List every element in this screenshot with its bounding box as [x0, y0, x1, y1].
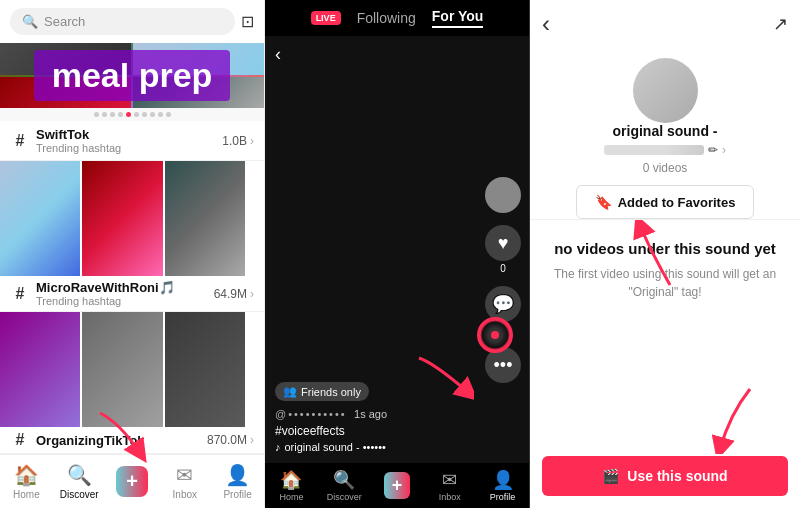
chevron-right-icon: ›	[250, 134, 254, 148]
sound-profile: original sound - ✏ › 0 videos	[530, 48, 800, 185]
sound-name: original sound - ••••••	[285, 441, 386, 453]
nav-label-home: Home	[13, 489, 40, 500]
friends-icon: 👥	[283, 385, 297, 398]
fav-btn-container: 🔖 Added to Favorites	[530, 185, 800, 219]
create-icon: +	[116, 466, 148, 497]
inbox-icon: ✉	[442, 469, 457, 491]
chevron-right-icon: ›	[722, 143, 726, 157]
search-icon: 🔍	[22, 14, 38, 29]
sound-title: original sound -	[613, 123, 718, 139]
friends-badge: 👥 Friends only	[275, 382, 369, 401]
nav-label-profile: Profile	[223, 489, 251, 500]
heart-icon: ♥	[485, 225, 521, 261]
nav-item-home[interactable]: 🏠 Home	[0, 463, 53, 500]
nav-label: Inbox	[439, 492, 461, 502]
trend-left: # OrganizingTikTok	[10, 431, 207, 449]
chevron-right-icon: ›	[250, 433, 254, 447]
mid-video-content: ‹ ♥ 0 💬 0 •••	[265, 36, 529, 463]
trend-count: 64.9M ›	[214, 287, 254, 301]
thumbnail	[0, 312, 80, 427]
left-bottom-nav: 🏠 Home 🔍 Discover + ✉ Inbox 👤 Profile	[0, 454, 264, 508]
mid-nav-profile[interactable]: 👤 Profile	[476, 469, 529, 502]
chevron-right-icon: ›	[250, 287, 254, 301]
nav-label-inbox: Inbox	[173, 489, 197, 500]
mid-nav-home[interactable]: 🏠 Home	[265, 469, 318, 502]
vinyl-center	[491, 331, 499, 339]
use-sound-wrap: 🎬 Use this sound	[530, 444, 800, 508]
discover-icon: 🔍	[67, 463, 92, 487]
thumbnail	[165, 161, 245, 276]
trend-name: SwiftTok	[36, 127, 222, 142]
mid-bottom-nav: 🏠 Home 🔍 Discover + ✉ Inbox 👤 Profile	[265, 463, 529, 508]
mid-overlay: 👥 Friends only @•••••••••• 1s ago #voice…	[265, 371, 529, 463]
sound-line: ♪ original sound - ••••••	[275, 441, 519, 453]
right-header: ‹ ↗	[530, 0, 800, 48]
trend-sub: Trending hashtag	[36, 142, 222, 154]
inbox-icon: ✉	[176, 463, 193, 487]
added-to-favorites-button[interactable]: 🔖 Added to Favorites	[576, 185, 755, 219]
tab-foryou[interactable]: For You	[432, 8, 484, 28]
user-line: @•••••••••• 1s ago	[275, 407, 519, 421]
home-icon: 🏠	[14, 463, 39, 487]
trend-sub: Trending hashtag	[36, 295, 214, 307]
profile-icon: 👤	[225, 463, 250, 487]
trend-info: OrganizingTikTok	[36, 433, 207, 448]
hashtag-icon: #	[10, 431, 30, 449]
trend-count: 870.0M ›	[207, 433, 254, 447]
banner-text: meal prep	[52, 56, 213, 94]
dots-row	[0, 108, 264, 121]
discover-icon: 🔍	[333, 469, 355, 491]
dot	[150, 112, 155, 117]
nav-label-discover: Discover	[60, 489, 99, 500]
mid-nav-create[interactable]: +	[371, 472, 424, 499]
trend-name: MicroRaveWithRoni🎵	[36, 280, 214, 295]
creator-name-bar	[604, 145, 704, 155]
use-sound-label: Use this sound	[627, 468, 727, 484]
trend-item-organizingtiktok[interactable]: # OrganizingTikTok 870.0M ›	[0, 312, 264, 454]
share-button[interactable]: ↗	[773, 13, 788, 35]
video-count: 0 videos	[643, 161, 688, 175]
fav-btn-label: Added to Favorites	[618, 195, 736, 210]
no-videos-title: no videos under this sound yet	[550, 240, 780, 257]
avatar	[485, 177, 521, 213]
mid-nav-inbox[interactable]: ✉ Inbox	[423, 469, 476, 502]
nav-item-profile[interactable]: 👤 Profile	[211, 463, 264, 500]
dot	[102, 112, 107, 117]
time-ago: 1s ago	[354, 408, 387, 420]
banner: meal prep	[0, 43, 264, 108]
bookmark-icon: 🔖	[595, 194, 612, 210]
edit-icon[interactable]: ✏	[708, 143, 718, 157]
expand-icon[interactable]: ⊡	[241, 12, 254, 31]
friends-label: Friends only	[301, 386, 361, 398]
dot	[110, 112, 115, 117]
username: @••••••••••	[275, 408, 347, 420]
nav-item-create[interactable]: +	[106, 466, 159, 497]
use-this-sound-button[interactable]: 🎬 Use this sound	[542, 456, 788, 496]
dot	[94, 112, 99, 117]
trend-info-row: # OrganizingTikTok 870.0M ›	[0, 427, 264, 453]
like-button[interactable]: ♥ 0	[485, 225, 521, 274]
trend-item-microravewithroni[interactable]: # MicroRaveWithRoni🎵 Trending hashtag 64…	[0, 161, 264, 312]
tab-following[interactable]: Following	[357, 10, 416, 26]
nav-label: Home	[279, 492, 303, 502]
right-panel: ‹ ↗ original sound - ✏ › 0 videos 🔖 Adde…	[530, 0, 800, 508]
thumbnail	[82, 161, 162, 276]
dot	[134, 112, 139, 117]
trend-thumbnails	[0, 161, 245, 276]
back-button[interactable]: ‹	[542, 10, 550, 38]
mid-nav-discover[interactable]: 🔍 Discover	[318, 469, 371, 502]
nav-label: Discover	[327, 492, 362, 502]
thumbnail	[82, 312, 162, 427]
user-avatar-action[interactable]	[485, 177, 521, 213]
trend-count: 1.0B ›	[222, 134, 254, 148]
nav-item-discover[interactable]: 🔍 Discover	[53, 463, 106, 500]
search-bar: 🔍 Search ⊡	[0, 0, 264, 43]
music-icon: ♪	[275, 441, 281, 453]
nav-item-inbox[interactable]: ✉ Inbox	[158, 463, 211, 500]
left-panel: 🔍 Search ⊡ meal prep	[0, 0, 265, 508]
search-input[interactable]: 🔍 Search	[10, 8, 235, 35]
dot	[166, 112, 171, 117]
search-placeholder: Search	[44, 14, 85, 29]
trend-item-swifttok[interactable]: # SwiftTok Trending hashtag 1.0B ›	[0, 121, 264, 161]
profile-icon: 👤	[492, 469, 514, 491]
